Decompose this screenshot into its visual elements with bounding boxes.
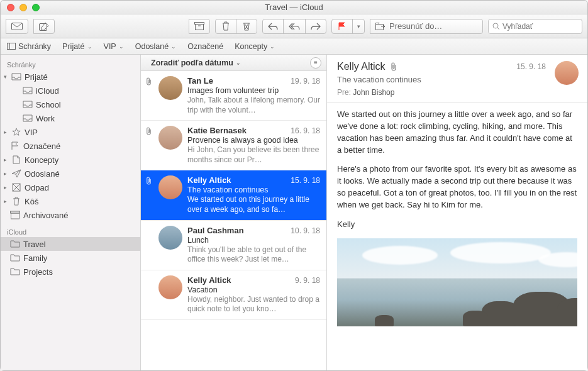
move-to-button[interactable]: Presunúť do…	[370, 19, 483, 34]
fav-mailboxes-label: Schránky	[18, 42, 51, 51]
sidebar-item-archive[interactable]: Archivované	[1, 208, 140, 222]
filter-button[interactable]: ≡	[310, 57, 321, 69]
junk-button[interactable]	[236, 19, 257, 34]
message-subject: Provence is always a good idea	[187, 136, 320, 145]
compose-button[interactable]	[33, 19, 55, 34]
reader-date: 15. 9. 18	[516, 62, 546, 71]
gutter	[143, 226, 153, 265]
mail-window: Travel — iCloud	[0, 0, 588, 371]
fav-drafts[interactable]: Koncepty⌄	[235, 42, 275, 51]
fav-inbox[interactable]: Prijaté⌄	[62, 42, 92, 51]
trash-icon	[11, 196, 22, 206]
gutter	[143, 275, 153, 314]
sidebar-item-travel[interactable]: Travel	[1, 237, 140, 251]
flag-menu-button[interactable]: ▾	[352, 19, 365, 34]
envelope-icon	[11, 23, 23, 30]
get-mail-button[interactable]	[6, 19, 28, 34]
disclosure-triangle-icon[interactable]: ▸	[2, 198, 8, 204]
svg-rect-12	[11, 213, 19, 219]
sidebar-toggle-icon	[7, 43, 16, 50]
chevron-down-icon: ▾	[357, 23, 360, 30]
fav-mailboxes[interactable]: Schránky	[7, 42, 51, 51]
reply-icon	[268, 23, 278, 30]
flag-icon	[9, 141, 21, 151]
reader-paragraph: Here's a photo from our favorite spot. I…	[337, 163, 577, 211]
reader-body: We started out on this journey a little …	[327, 102, 587, 333]
message-preview: John, Talk about a lifelong memory. Our …	[187, 96, 320, 115]
reply-button[interactable]	[262, 19, 284, 34]
reader-header: Kelly Altick 15. 9. 18 The vacation cont…	[327, 55, 587, 102]
message-from: Kelly Altick	[187, 175, 231, 185]
sidebar-item-projects[interactable]: Projects	[1, 265, 140, 279]
svg-rect-8	[8, 43, 16, 50]
sidebar-item-vip[interactable]: ▸ VIP	[1, 125, 140, 139]
message-row[interactable]: Kelly Altick9. 9. 18VacationHowdy, neigh…	[141, 270, 326, 320]
sort-button[interactable]: Zoradiť podľa dátumu ⌄	[151, 58, 241, 67]
forward-button[interactable]	[305, 19, 326, 34]
inbox-icon	[22, 99, 33, 109]
inbox-icon	[22, 86, 33, 96]
title-bar: Travel — iCloud	[1, 1, 587, 14]
sidebar-item-label: Family	[23, 253, 47, 263]
search-field[interactable]	[488, 19, 582, 34]
disclosure-triangle-icon[interactable]: ▸	[2, 184, 8, 191]
chevron-down-icon: ⌄	[236, 60, 241, 66]
attachment-icon	[145, 127, 152, 135]
sort-label: Zoradiť podľa dátumu	[151, 58, 233, 67]
fav-inbox-label: Prijaté	[62, 42, 84, 51]
message-reader: Kelly Altick 15. 9. 18 The vacation cont…	[327, 55, 587, 370]
sidebar-item-junk[interactable]: ▸ Odpad	[1, 180, 140, 194]
reply-all-button[interactable]	[283, 19, 306, 34]
disclosure-triangle-icon[interactable]: ▸	[2, 170, 8, 177]
fav-vip[interactable]: VIP⌄	[104, 42, 124, 51]
toolbar: ▾ Presunúť do…	[1, 14, 587, 38]
chevron-down-icon: ⌄	[171, 43, 176, 50]
disclosure-triangle-icon[interactable]: ▸	[2, 129, 8, 135]
message-preview: We started out on this journey a little …	[187, 195, 320, 214]
disclosure-triangle-icon[interactable]: ▾	[2, 74, 8, 80]
sidebar-item-flagged[interactable]: Označené	[1, 139, 140, 153]
sidebar-item-label: Označené	[23, 141, 60, 151]
reader-from: Kelly Altick	[337, 61, 385, 72]
message-date: 10. 9. 18	[291, 226, 320, 235]
message-preview: Hi John, Can you believe its been three …	[187, 145, 320, 165]
star-icon	[11, 127, 22, 137]
avatar	[158, 226, 182, 250]
sidebar-item-icloud-inbox[interactable]: iCloud	[1, 84, 140, 97]
folder-icon	[9, 253, 21, 263]
reader-avatar	[555, 61, 579, 85]
message-preview: Howdy, neighbor. Just wanted to drop a q…	[187, 295, 320, 314]
folder-icon	[9, 267, 21, 277]
gutter	[143, 76, 153, 115]
move-to-label: Presunúť do…	[389, 21, 442, 31]
sidebar-item-trash[interactable]: ▸ Kôš	[1, 194, 140, 208]
delete-button[interactable]	[215, 19, 236, 34]
reader-to-name: John Bishop	[353, 88, 394, 97]
message-summary: Paul Cashman10. 9. 18LunchThink you'll b…	[187, 226, 320, 265]
sidebar-item-drafts[interactable]: ▸ Koncepty	[1, 153, 140, 167]
search-input[interactable]	[502, 22, 588, 31]
fav-sent[interactable]: Odoslané⌄	[135, 42, 177, 51]
archive-button[interactable]	[189, 19, 210, 34]
message-row[interactable]: Tan Le19. 9. 18Images from volunteer tri…	[141, 71, 326, 121]
message-row[interactable]: Katie Bernasek16. 9. 18Provence is alway…	[141, 121, 326, 170]
sidebar-item-school-inbox[interactable]: School	[1, 97, 140, 111]
sidebar-item-sent[interactable]: ▸ Odoslané	[1, 167, 140, 180]
flag-button[interactable]	[331, 19, 353, 34]
message-row[interactable]: Kelly Altick15. 9. 18The vacation contin…	[141, 170, 326, 220]
avatar	[158, 126, 182, 150]
disclosure-triangle-icon[interactable]: ▸	[2, 157, 8, 163]
svg-rect-3	[196, 25, 204, 30]
svg-rect-5	[376, 24, 384, 30]
message-row[interactable]: Paul Cashman10. 9. 18LunchThink you'll b…	[141, 221, 326, 270]
sidebar-item-inbox[interactable]: ▾ Prijaté	[1, 70, 140, 84]
message-summary: Kelly Altick15. 9. 18The vacation contin…	[187, 175, 320, 214]
sidebar-item-work-inbox[interactable]: Work	[1, 111, 140, 125]
sidebar-item-family[interactable]: Family	[1, 251, 140, 265]
message-subject: Lunch	[187, 236, 320, 245]
fav-flagged[interactable]: Označené	[187, 42, 223, 51]
move-icon	[375, 23, 386, 30]
inbox-icon	[11, 72, 22, 82]
sidebar-item-label: Work	[36, 114, 55, 123]
message-from: Katie Bernasek	[187, 126, 247, 135]
